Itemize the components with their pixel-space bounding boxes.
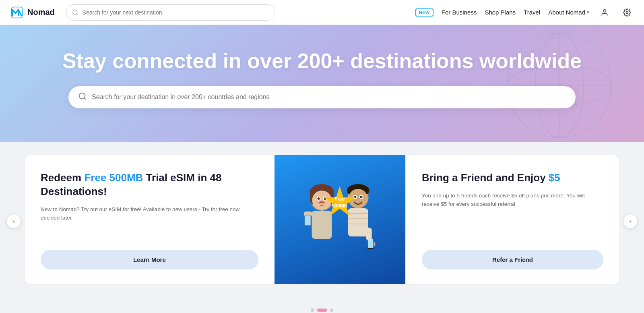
card-refer-friend-description: You and up to 5 friends each receive $5 … — [422, 191, 603, 209]
nav-right: NEW For Business Shop Plans Travel About… — [415, 5, 634, 20]
svg-point-3 — [626, 11, 628, 13]
svg-line-10 — [84, 98, 86, 99]
carousel-dots — [0, 309, 644, 312]
carousel-dot-1[interactable] — [311, 309, 314, 312]
svg-rect-44 — [366, 228, 372, 240]
card-free-esim-title: Redeem Free 500MB Trial eSIM in 48 Desti… — [41, 171, 258, 199]
svg-point-37 — [360, 196, 362, 198]
card-refer-friend: Bring a Friend and Enjoy $5 You and up t… — [405, 155, 619, 284]
brand-name: Nomad — [27, 8, 55, 17]
settings-button[interactable] — [620, 5, 634, 20]
svg-text:500MB: 500MB — [332, 203, 348, 209]
svg-point-22 — [317, 197, 320, 200]
people-illustration — [275, 163, 405, 284]
nav-link-about-nomad[interactable]: About Nomad ▾ — [548, 9, 589, 16]
navbar: Nomad NEW For Business Shop Plans Travel… — [0, 0, 644, 25]
card-free-esim: Redeem Free 500MB Trial eSIM in 48 Desti… — [25, 155, 275, 284]
card-refer-friend-title: Bring a Friend and Enjoy $5 — [422, 171, 603, 185]
new-badge: NEW — [415, 8, 433, 17]
hero-globe-decoration — [499, 29, 620, 142]
learn-more-button[interactable]: Learn More — [41, 250, 258, 269]
svg-text:Free: Free — [335, 196, 345, 202]
logo-link[interactable]: Nomad — [10, 5, 55, 20]
nav-search-wrapper — [66, 4, 275, 21]
carousel-next-button[interactable]: › — [623, 214, 638, 228]
refer-friend-button[interactable]: Refer a Friend — [422, 250, 603, 269]
carousel-dot-3[interactable] — [330, 309, 333, 312]
nav-link-shop-plans[interactable]: Shop Plans — [485, 9, 516, 16]
free-500mb-badge: Free 500MB — [322, 185, 358, 222]
gear-icon — [623, 8, 631, 17]
carousel-dot-2[interactable] — [317, 309, 327, 312]
nomad-logo-icon — [10, 5, 24, 20]
about-nomad-chevron-icon: ▾ — [587, 10, 589, 15]
user-icon — [601, 8, 609, 17]
hero-search-input[interactable] — [92, 93, 566, 101]
nav-link-travel[interactable]: Travel — [524, 9, 540, 16]
nav-link-for-business[interactable]: For Business — [442, 9, 477, 16]
hero-section: Stay connected in over 200+ destinations… — [0, 25, 644, 142]
card-container: Redeem Free 500MB Trial eSIM in 48 Desti… — [24, 155, 620, 284]
card-free-esim-description: New to Nomad? Try out our eSIM for free!… — [41, 205, 258, 222]
carousel-prev-button[interactable]: ‹ — [6, 214, 21, 228]
card-center-image: Free 500MB — [275, 155, 405, 284]
hero-title: Stay connected in over 200+ destinations… — [62, 49, 582, 73]
svg-rect-0 — [10, 5, 24, 20]
svg-rect-30 — [305, 216, 310, 225]
cards-section: ‹ Redeem Free 500MB Trial eSIM in 48 Des… — [0, 142, 644, 301]
nav-search-input[interactable] — [66, 4, 275, 21]
hero-search-box — [68, 86, 576, 108]
svg-point-9 — [79, 93, 85, 99]
hero-search-icon — [78, 92, 87, 103]
user-account-button[interactable] — [597, 5, 612, 20]
svg-point-2 — [603, 9, 606, 12]
